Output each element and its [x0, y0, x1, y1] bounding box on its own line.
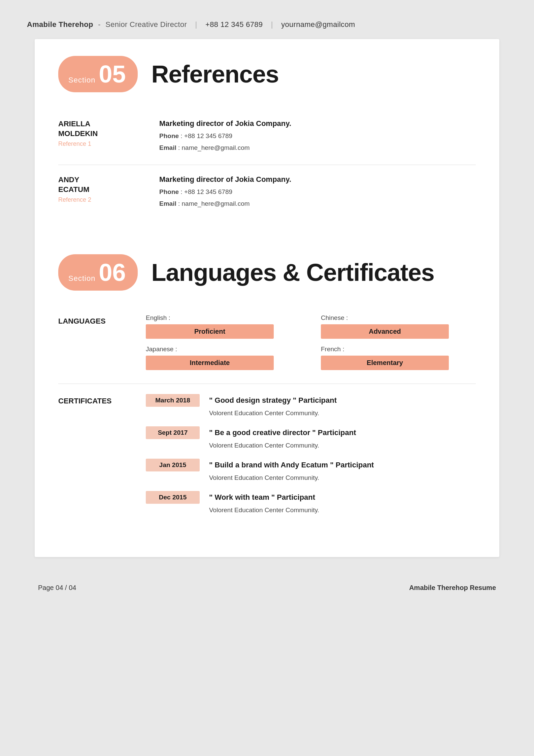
lang-french: French : Elementary — [321, 346, 476, 370]
cert2-date: Sept 2017 — [146, 426, 200, 439]
ref2-firstname: ANDY ECATUM — [58, 175, 146, 194]
header-email: yourname@gmailcom — [281, 20, 355, 29]
ref2-left: ANDY ECATUM Reference 2 — [58, 175, 146, 210]
lang-japanese-level: Intermediate — [146, 356, 274, 370]
cert1-org: Volorent Education Center Community. — [146, 409, 476, 417]
languages-block: LANGUAGES English : Proficient Chinese :… — [58, 307, 476, 384]
cert3-header: Jan 2015 " Build a brand with Andy Ecatu… — [146, 459, 476, 471]
lang-english-level: Proficient — [146, 324, 274, 339]
ref2-position: Marketing director of Jokia Company. — [159, 175, 476, 184]
section05-badge: Section 05 — [58, 56, 138, 92]
section05-label: Section — [68, 76, 95, 85]
ref2-email: Email : name_here@gmail.com — [159, 199, 476, 209]
cert4-org: Volorent Education Center Community. — [146, 506, 476, 514]
lang-cert-content: LANGUAGES English : Proficient Chinese :… — [35, 304, 499, 537]
cert-item-4: Dec 2015 " Work with team " Participant … — [146, 491, 476, 514]
ref2-right: Marketing director of Jokia Company. Pho… — [159, 175, 476, 210]
cert-item-3: Jan 2015 " Build a brand with Andy Ecatu… — [146, 459, 476, 482]
ref1-firstname: ARIELLA MOLDEKIN — [58, 119, 146, 138]
ref2-phone: Phone : +88 12 345 6789 — [159, 187, 476, 197]
cert-item-1: March 2018 " Good design strategy " Part… — [146, 394, 476, 417]
cert4-title: " Work with team " Participant — [209, 493, 315, 502]
lang-chinese-name: Chinese : — [321, 314, 476, 322]
ref1-left: ARIELLA MOLDEKIN Reference 1 — [58, 119, 146, 155]
lang-japanese: Japanese : Intermediate — [146, 346, 301, 370]
certs-list: March 2018 " Good design strategy " Part… — [146, 394, 476, 523]
section05-title: References — [151, 60, 278, 88]
section06-num: 06 — [99, 260, 126, 285]
header-phone: +88 12 345 6789 — [205, 20, 263, 29]
section05-header: Section 05 References — [35, 39, 499, 106]
reference-row-2: ANDY ECATUM Reference 2 Marketing direct… — [58, 165, 476, 221]
header-sep2: | — [271, 20, 275, 29]
lang-grid: English : Proficient Chinese : Advanced … — [146, 314, 476, 370]
reference-row-1: ARIELLA MOLDEKIN Reference 1 Marketing d… — [58, 109, 476, 165]
lang-english: English : Proficient — [146, 314, 301, 339]
section06-title: Languages & Certificates — [151, 259, 434, 286]
page-wrapper: Amabile Therehop - Senior Creative Direc… — [0, 13, 534, 598]
cert3-org: Volorent Education Center Community. — [146, 474, 476, 482]
ref1-position: Marketing director of Jokia Company. — [159, 119, 476, 128]
cert1-title: " Good design strategy " Participant — [209, 396, 337, 405]
cert-item-2: Sept 2017 " Be a good creative director … — [146, 426, 476, 449]
lang-french-name: French : — [321, 346, 476, 353]
lang-chinese-level: Advanced — [321, 324, 449, 339]
lang-english-name: English : — [146, 314, 301, 322]
cert2-header: Sept 2017 " Be a good creative director … — [146, 426, 476, 439]
cert1-header: March 2018 " Good design strategy " Part… — [146, 394, 476, 407]
lang-japanese-name: Japanese : — [146, 346, 301, 353]
cert2-org: Volorent Education Center Community. — [146, 442, 476, 449]
section05-num: 05 — [99, 62, 126, 86]
footer-page: Page 04 / 04 — [38, 584, 76, 592]
cert4-date: Dec 2015 — [146, 491, 200, 504]
cert2-title: " Be a good creative director " Particip… — [209, 428, 356, 437]
ref1-right: Marketing director of Jokia Company. Pho… — [159, 119, 476, 155]
certs-block: CERTIFICATES March 2018 " Good design st… — [58, 384, 476, 527]
ref2-label: Reference 2 — [58, 196, 146, 203]
header-name: Amabile Therehop — [27, 20, 93, 29]
certs-label: CERTIFICATES — [58, 394, 146, 405]
references-content: ARIELLA MOLDEKIN Reference 1 Marketing d… — [35, 106, 499, 231]
cert1-date: March 2018 — [146, 394, 200, 407]
header-bar: Amabile Therehop - Senior Creative Direc… — [0, 13, 534, 39]
header-title: Senior Creative Director — [105, 20, 187, 29]
main-card: Section 05 References ARIELLA MOLDEKIN R… — [35, 39, 499, 557]
ref1-phone: Phone : +88 12 345 6789 — [159, 131, 476, 141]
cert4-header: Dec 2015 " Work with team " Participant — [146, 491, 476, 504]
footer-resume-name: Amabile Therehop Resume — [409, 584, 496, 592]
cert3-date: Jan 2015 — [146, 459, 200, 471]
lang-chinese: Chinese : Advanced — [321, 314, 476, 339]
ref1-email: Email : name_here@gmail.com — [159, 143, 476, 153]
lang-french-level: Elementary — [321, 356, 449, 370]
section06-badge: Section 06 — [58, 254, 138, 291]
header-sep1: | — [195, 20, 199, 29]
page-footer: Page 04 / 04 Amabile Therehop Resume — [35, 577, 499, 598]
ref1-label: Reference 1 — [58, 140, 146, 147]
section06-header: Section 06 Languages & Certificates — [35, 231, 499, 304]
cert3-title: " Build a brand with Andy Ecatum " Parti… — [209, 461, 374, 469]
section06-label: Section — [68, 274, 95, 283]
languages-label: LANGUAGES — [58, 314, 146, 326]
header-divider: - — [98, 20, 103, 29]
